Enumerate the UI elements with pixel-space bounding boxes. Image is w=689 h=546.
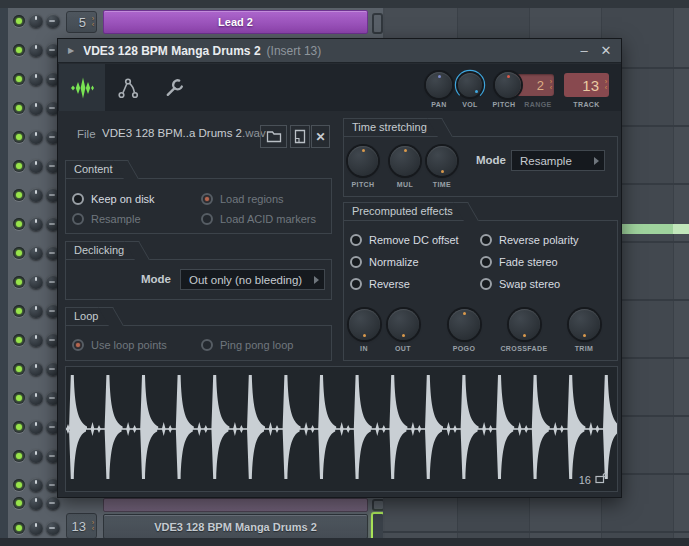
channel-pan-knob[interactable] <box>29 43 43 57</box>
channel-pan-knob[interactable] <box>29 362 43 376</box>
precomputed-effect-option[interactable]: Reverse polarity <box>480 234 608 246</box>
precomputed-effect-option[interactable]: Remove DC offset <box>350 234 480 246</box>
channel-pan-knob[interactable] <box>29 246 43 260</box>
channel-volume-knob[interactable] <box>46 14 60 28</box>
channel-pan-knob[interactable] <box>29 14 43 28</box>
crossfade-knob[interactable] <box>509 309 540 340</box>
minimize-button[interactable]: – <box>575 41 593 60</box>
channel-enable-led[interactable] <box>13 189 25 201</box>
channel-pan-knob[interactable] <box>29 333 43 347</box>
time-knob[interactable] <box>427 146 457 176</box>
edit-in-editor-button[interactable] <box>290 125 310 148</box>
radio-button[interactable] <box>480 256 492 268</box>
channel-pan-knob[interactable] <box>29 217 43 231</box>
radio-button[interactable] <box>350 256 362 268</box>
content-option[interactable]: Keep on disk <box>72 193 201 205</box>
channel-pan-knob[interactable] <box>29 521 43 535</box>
channel-pan-knob[interactable] <box>29 101 43 115</box>
stretch-mode-dropdown[interactable]: Resample <box>511 150 605 171</box>
channel-enable-led[interactable] <box>13 218 25 230</box>
channel-button-lead2[interactable]: Lead 2 <box>103 10 368 34</box>
mul-knob[interactable] <box>390 146 420 176</box>
channel-enable-led[interactable] <box>13 479 25 491</box>
channel-pan-knob[interactable] <box>29 72 43 86</box>
radio-button[interactable] <box>350 278 362 290</box>
radio-button[interactable] <box>72 339 84 351</box>
channel-pan-knob[interactable] <box>29 391 43 405</box>
pan-knob[interactable] <box>426 72 452 98</box>
channel-button-vde3-drums[interactable]: VDE3 128 BPM Manga Drums 2 <box>103 514 368 539</box>
waveform-display[interactable]: 16 <box>65 366 618 492</box>
radio-button[interactable] <box>72 193 84 205</box>
precomputed-effect-option[interactable]: Reverse <box>350 278 480 290</box>
content-option[interactable]: Load ACID markers <box>201 213 326 225</box>
channel-enable-led[interactable] <box>13 363 25 375</box>
channel-enable-led[interactable] <box>13 247 25 259</box>
loop-option[interactable]: Ping pong loop <box>201 339 326 351</box>
channel-enable-led[interactable] <box>13 497 25 509</box>
loop-option[interactable]: Use loop points <box>72 339 201 351</box>
precomputed-effect-option[interactable]: Normalize <box>350 256 480 268</box>
open-file-button[interactable] <box>260 125 287 148</box>
channel-enable-led[interactable] <box>13 15 25 27</box>
tab-sample-properties[interactable] <box>59 64 105 111</box>
radio-button[interactable] <box>72 213 84 225</box>
radio-button[interactable] <box>480 234 492 246</box>
radio-button[interactable] <box>201 213 213 225</box>
tab-miscellaneous[interactable] <box>151 64 197 111</box>
channel-enable-led[interactable] <box>13 421 25 433</box>
channel-pan-knob[interactable] <box>29 275 43 289</box>
channel-enable-led[interactable] <box>13 522 25 534</box>
channel-enable-led[interactable] <box>13 44 25 56</box>
channel-enable-led[interactable] <box>13 305 25 317</box>
channel-13-number-box[interactable]: 13 <box>66 513 97 539</box>
channel-lead2-target-selector[interactable] <box>372 13 383 34</box>
playlist-clip-green-light[interactable] <box>673 224 689 234</box>
channel-enable-led[interactable] <box>13 160 25 172</box>
content-option[interactable]: Resample <box>72 213 201 225</box>
channel-pan-knob[interactable] <box>29 478 43 492</box>
waveform-burst-icon <box>70 77 94 99</box>
content-option[interactable]: Load regions <box>201 193 326 205</box>
tab-envelope[interactable] <box>105 64 151 111</box>
radio-button[interactable] <box>201 339 213 351</box>
in-knob[interactable] <box>349 309 380 340</box>
pitch-knob[interactable] <box>495 72 521 98</box>
channel-enable-led[interactable] <box>13 131 25 143</box>
channel-enable-led[interactable] <box>13 334 25 346</box>
radio-button[interactable] <box>201 193 213 205</box>
pogo-knob[interactable] <box>449 309 480 340</box>
window-titlebar[interactable]: ▶ VDE3 128 BPM Manga Drums 2 (Insert 13)… <box>58 39 621 63</box>
pitch-knob[interactable] <box>348 146 378 176</box>
channel-pan-knob[interactable] <box>29 188 43 202</box>
channel-volume-knob[interactable] <box>46 496 60 510</box>
precomputed-effect-option[interactable]: Swap stereo <box>480 278 608 290</box>
channel-enable-led[interactable] <box>13 102 25 114</box>
out-knob[interactable] <box>388 309 419 340</box>
declicking-mode-dropdown[interactable]: Out only (no bleeding) <box>180 269 325 290</box>
radio-button[interactable] <box>480 278 492 290</box>
channel-enable-led[interactable] <box>13 392 25 404</box>
channel-pan-knob[interactable] <box>29 420 43 434</box>
volume-knob[interactable] <box>458 73 482 97</box>
clear-sample-button[interactable]: ✕ <box>311 125 330 148</box>
rack-left-margin <box>0 0 8 546</box>
channel-enable-led[interactable] <box>13 73 25 85</box>
track-value-box[interactable]: 13 <box>564 73 609 97</box>
trim-knob[interactable] <box>569 309 600 340</box>
radio-label: Reverse <box>369 278 410 290</box>
channel-5-number-box[interactable]: 5 <box>66 11 97 33</box>
channel-pan-knob[interactable] <box>29 159 43 173</box>
channel-pan-knob[interactable] <box>29 449 43 463</box>
window-menu-arrow-icon[interactable]: ▶ <box>68 46 74 55</box>
channel-volume-knob[interactable] <box>46 521 60 535</box>
precomputed-effect-option[interactable]: Fade stereo <box>480 256 608 268</box>
channel-pan-knob[interactable] <box>29 130 43 144</box>
channel-pan-knob[interactable] <box>29 496 43 510</box>
close-button[interactable]: ✕ <box>597 41 615 60</box>
channel-enable-led[interactable] <box>13 450 25 462</box>
channel-button-partial[interactable] <box>103 498 368 512</box>
radio-button[interactable] <box>350 234 362 246</box>
channel-enable-led[interactable] <box>13 276 25 288</box>
channel-pan-knob[interactable] <box>29 304 43 318</box>
